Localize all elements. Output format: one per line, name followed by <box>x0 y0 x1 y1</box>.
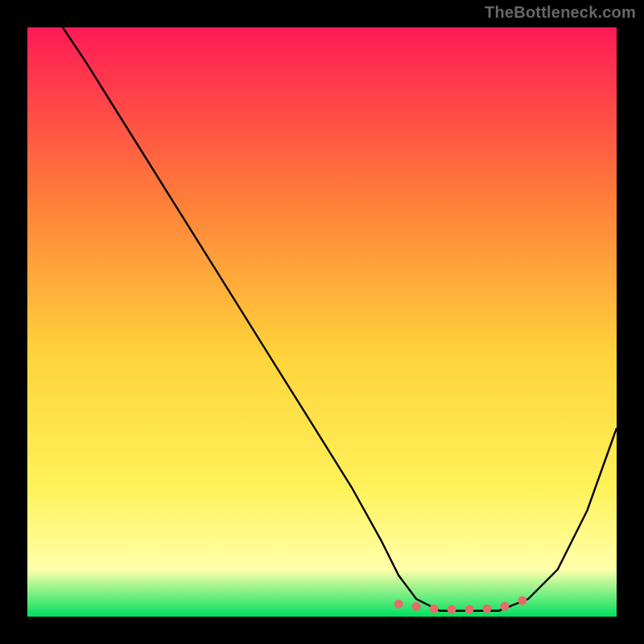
optimal-marker <box>412 602 421 611</box>
optimal-marker <box>430 605 439 613</box>
optimal-marker <box>448 605 456 613</box>
optimal-marker <box>518 597 526 605</box>
plot-svg <box>27 27 617 617</box>
optimal-marker <box>465 605 474 613</box>
optimal-marker <box>500 602 509 611</box>
watermark-text: TheBottleneck.com <box>485 3 636 22</box>
plot-area <box>27 27 617 617</box>
chart-frame: TheBottleneck.com <box>0 0 644 644</box>
optimal-marker <box>394 600 403 609</box>
optimal-marker <box>483 605 492 613</box>
gradient-background <box>27 27 617 617</box>
